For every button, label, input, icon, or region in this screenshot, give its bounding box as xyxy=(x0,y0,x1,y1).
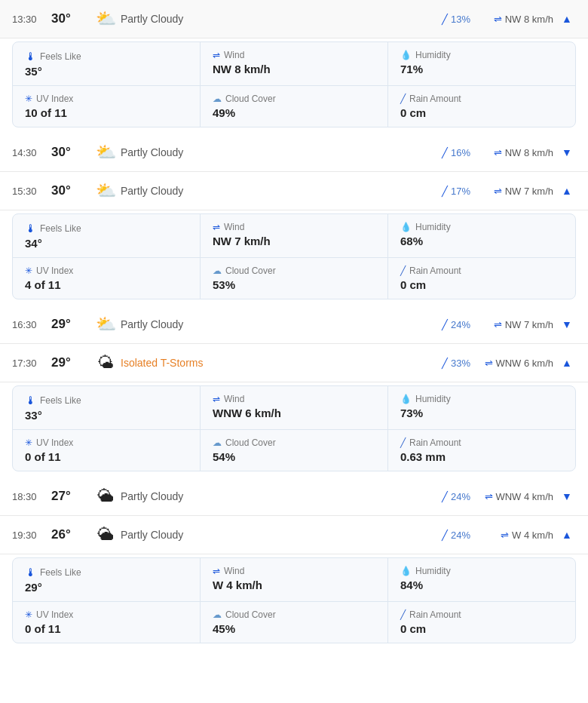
feels-like-value: 34° xyxy=(25,237,188,250)
humidity-icon: 💧 xyxy=(400,50,412,60)
cloud-cover-cell: ☁ Cloud Cover 49% xyxy=(201,86,388,127)
forecast-condition: Partly Cloudy xyxy=(121,529,427,541)
forecast-time: 16:30 xyxy=(12,319,51,330)
wind-icon: ⇌ xyxy=(485,491,496,502)
wind-info: ⇌ WNW 6 km/h xyxy=(470,358,553,369)
weather-icon: 🌤 xyxy=(90,353,121,373)
forecast-row[interactable]: 15:30 30° ⛅ Partly Cloudy ╱ 17% ⇌ NW 7 k… xyxy=(0,172,588,210)
forecast-condition: Partly Cloudy xyxy=(121,185,427,197)
forecast-row[interactable]: 18:30 27° 🌥 Partly Cloudy ╱ 24% ⇌ WNW 4 … xyxy=(0,477,588,516)
expand-chevron[interactable]: ▼ xyxy=(558,318,576,330)
forecast-time: 13:30 xyxy=(12,14,51,25)
wind-detail-icon: ⇌ xyxy=(213,566,220,576)
forecast-row[interactable]: 13:30 30° ⛅ Partly Cloudy ╱ 13% ⇌ NW 8 k… xyxy=(0,0,588,38)
expand-chevron[interactable]: ▲ xyxy=(558,185,576,197)
thermometer-icon: 🌡 xyxy=(25,50,36,63)
rain-amount-value: 0 cm xyxy=(400,106,563,119)
humidity-value: 84% xyxy=(400,579,563,591)
expand-chevron[interactable]: ▲ xyxy=(558,13,576,25)
uv-index-label: ✳ UV Index xyxy=(25,266,188,276)
wind-info: ⇌ W 4 km/h xyxy=(470,530,553,541)
wind-detail-icon: ⇌ xyxy=(213,222,220,232)
humidity-value: 68% xyxy=(400,235,563,247)
humidity-icon: 💧 xyxy=(400,394,412,404)
forecast-row[interactable]: 14:30 30° ⛅ Partly Cloudy ╱ 16% ⇌ NW 8 k… xyxy=(0,134,588,172)
rain-amount-icon: ╱ xyxy=(400,437,406,448)
expand-chevron[interactable]: ▲ xyxy=(558,357,576,369)
cloud-cover-value: 54% xyxy=(213,450,375,463)
detail-panel: 🌡 Feels Like 35° ⇌ Wind NW 8 km/h 💧 Hu xyxy=(12,41,576,127)
weather-icon: ⛅ xyxy=(90,315,121,334)
expand-chevron[interactable]: ▼ xyxy=(558,490,576,502)
rain-amount-icon: ╱ xyxy=(400,609,406,620)
wind-icon: ⇌ xyxy=(485,358,496,369)
detail-row-top: 🌡 Feels Like 34° ⇌ Wind NW 7 km/h 💧 Hu xyxy=(13,214,575,257)
humidity-icon: 💧 xyxy=(400,222,412,232)
forecast-temp: 29° xyxy=(51,317,90,332)
detail-row-bottom: ✳ UV Index 0 of 11 ☁ Cloud Cover 45% ╱ R xyxy=(13,601,575,643)
wind-cell: ⇌ Wind NW 8 km/h xyxy=(201,42,388,85)
forecast-row[interactable]: 16:30 29° ⛅ Partly Cloudy ╱ 24% ⇌ NW 7 k… xyxy=(0,305,588,344)
uv-index-label: ✳ UV Index xyxy=(25,437,188,448)
cloud-cover-value: 45% xyxy=(213,622,375,635)
forecast-time: 14:30 xyxy=(12,147,51,158)
rain-amount-label: ╱ Rain Amount xyxy=(400,609,563,620)
rain-amount-label: ╱ Rain Amount xyxy=(400,266,563,276)
humidity-icon: 💧 xyxy=(400,566,412,576)
uv-index-label: ✳ UV Index xyxy=(25,94,188,104)
cloud-cover-value: 53% xyxy=(213,278,375,291)
thermometer-icon: 🌡 xyxy=(25,566,36,579)
detail-row-bottom: ✳ UV Index 0 of 11 ☁ Cloud Cover 54% ╱ R xyxy=(13,429,575,471)
weather-icon: ⛅ xyxy=(90,9,121,29)
rain-percent: ╱ 24% xyxy=(427,530,470,541)
wind-cell: ⇌ Wind WNW 6 km/h xyxy=(201,386,388,429)
wind-icon: ⇌ xyxy=(501,530,512,541)
forecast-row[interactable]: 17:30 29° 🌤 Isolated T-Storms ╱ 33% ⇌ WN… xyxy=(0,344,588,382)
forecast-temp: 27° xyxy=(51,489,90,504)
feels-like-value: 29° xyxy=(25,581,188,594)
wind-info: ⇌ NW 8 km/h xyxy=(470,147,553,158)
rain-percent: ╱ 24% xyxy=(427,319,470,330)
rain-drop-icon: ╱ xyxy=(442,186,451,197)
wind-icon: ⇌ xyxy=(494,319,505,330)
forecast-time: 17:30 xyxy=(12,358,51,369)
wind-label: ⇌ Wind xyxy=(213,50,375,60)
detail-panel: 🌡 Feels Like 34° ⇌ Wind NW 7 km/h 💧 Hu xyxy=(12,213,576,299)
forecast-condition: Isolated T-Storms xyxy=(121,357,427,369)
weather-icon: 🌥 xyxy=(90,525,121,545)
uv-index-cell: ✳ UV Index 0 of 11 xyxy=(13,602,201,643)
cloud-cover-label: ☁ Cloud Cover xyxy=(213,94,375,104)
rain-amount-value: 0.63 mm xyxy=(400,450,563,463)
feels-like-cell: 🌡 Feels Like 35° xyxy=(13,42,201,85)
feels-like-label: 🌡 Feels Like xyxy=(25,394,188,407)
forecast-row[interactable]: 19:30 26° 🌥 Partly Cloudy ╱ 24% ⇌ W 4 km… xyxy=(0,516,588,554)
thermometer-icon: 🌡 xyxy=(25,222,36,235)
rain-drop-icon: ╱ xyxy=(442,14,451,25)
feels-like-value: 35° xyxy=(25,65,188,78)
uv-index-value: 4 of 11 xyxy=(25,278,188,291)
wind-cell: ⇌ Wind NW 7 km/h xyxy=(201,214,388,257)
forecast-condition: Partly Cloudy xyxy=(121,490,427,502)
detail-row-top: 🌡 Feels Like 33° ⇌ Wind WNW 6 km/h 💧 H xyxy=(13,386,575,429)
feels-like-cell: 🌡 Feels Like 34° xyxy=(13,214,201,257)
feels-like-label: 🌡 Feels Like xyxy=(25,50,188,63)
cloud-cover-label: ☁ Cloud Cover xyxy=(213,437,375,448)
rain-percent: ╱ 17% xyxy=(427,186,470,197)
feels-like-label: 🌡 Feels Like xyxy=(25,222,188,235)
forecast-temp: 29° xyxy=(51,355,90,370)
rain-amount-cell: ╱ Rain Amount 0.63 mm xyxy=(388,430,575,471)
humidity-label: 💧 Humidity xyxy=(400,50,563,60)
rain-amount-label: ╱ Rain Amount xyxy=(400,94,563,104)
rain-drop-icon: ╱ xyxy=(442,530,451,541)
rain-amount-label: ╱ Rain Amount xyxy=(400,437,563,448)
expand-chevron[interactable]: ▲ xyxy=(558,529,576,541)
uv-index-value: 0 of 11 xyxy=(25,450,188,463)
rain-amount-cell: ╱ Rain Amount 0 cm xyxy=(388,86,575,127)
forecast-condition: Partly Cloudy xyxy=(121,146,427,158)
humidity-cell: 💧 Humidity 84% xyxy=(388,558,575,601)
expand-chevron[interactable]: ▼ xyxy=(558,146,576,158)
feels-like-value: 33° xyxy=(25,409,188,422)
wind-value: W 4 km/h xyxy=(213,579,375,591)
wind-cell: ⇌ Wind W 4 km/h xyxy=(201,558,388,601)
rain-percent: ╱ 13% xyxy=(427,14,470,25)
